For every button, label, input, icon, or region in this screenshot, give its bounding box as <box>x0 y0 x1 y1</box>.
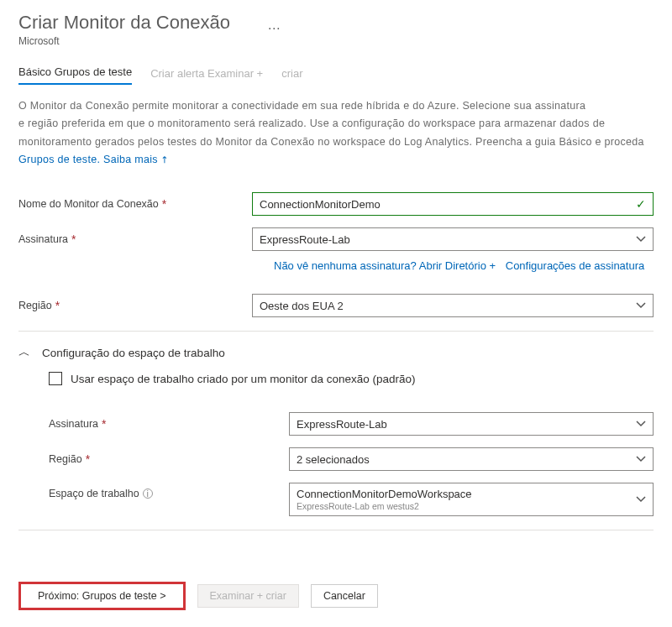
info-icon[interactable]: i <box>143 489 153 499</box>
label-subscription: Assinatura* <box>18 233 252 246</box>
use-default-workspace-checkbox[interactable] <box>49 372 62 385</box>
ws-space-select[interactable]: ConnectionMonitorDemoWorkspace ExpressRo… <box>289 483 654 516</box>
chevron-down-icon <box>636 494 646 504</box>
label-ws-region: Região* <box>18 452 289 466</box>
tab-create[interactable]: criar <box>281 67 302 85</box>
link-learn-more[interactable]: Saiba mais↗ <box>103 154 168 165</box>
page-title: Criar Monitor da Conexão <box>18 12 230 34</box>
monitor-name-input[interactable]: ConnectionMonitorDemo ✓ <box>252 192 654 216</box>
link-test-groups[interactable]: Grupos de teste. <box>18 154 100 165</box>
external-link-icon: ↗ <box>156 151 173 168</box>
cancel-button[interactable]: Cancelar <box>311 584 378 608</box>
subscription-select[interactable]: ExpressRoute-Lab <box>252 227 654 251</box>
more-menu[interactable]: … <box>267 18 282 33</box>
workspace-section-toggle[interactable]: ︿ Configuração do espaço de trabalho <box>0 343 672 362</box>
chevron-up-icon: ︿ <box>18 345 30 360</box>
use-default-workspace-label: Usar espaço de trabalho criado por um mo… <box>71 373 415 385</box>
label-ws-subscription: Assinatura* <box>18 417 289 431</box>
ws-subscription-select[interactable]: ExpressRoute-Lab <box>289 412 654 436</box>
chevron-down-icon <box>636 234 646 244</box>
page-subtitle: Microsoft <box>18 35 654 47</box>
region-select[interactable]: Oeste dos EUA 2 <box>252 294 654 317</box>
link-no-subscription[interactable]: Não vê nenhuma assinatura? Abrir Diretór… <box>274 259 496 272</box>
label-monitor-name: Nome do Monitor da Conexão* <box>18 197 252 211</box>
ws-region-select[interactable]: 2 selecionados <box>289 447 654 471</box>
chevron-down-icon <box>636 454 646 464</box>
valid-check-icon: ✓ <box>636 197 646 211</box>
chevron-down-icon <box>636 300 646 311</box>
next-button[interactable]: Próximo: Grupos de teste > <box>18 582 186 610</box>
tab-bar: Básico Grupos de teste Criar alerta Exam… <box>0 50 672 86</box>
label-region: Região* <box>18 299 252 312</box>
review-create-button: Examinar + criar <box>197 584 299 608</box>
link-subscription-settings[interactable]: Configurações de assinatura <box>506 259 645 272</box>
tab-create-alert[interactable]: Criar alerta Examinar + <box>150 67 263 85</box>
tab-basics[interactable]: Básico Grupos de teste <box>18 65 132 85</box>
description-text: O Monitor da Conexão permite monitorar a… <box>0 86 672 174</box>
label-ws-space: Espaço de trabalho i <box>18 483 289 499</box>
chevron-down-icon <box>636 419 646 429</box>
